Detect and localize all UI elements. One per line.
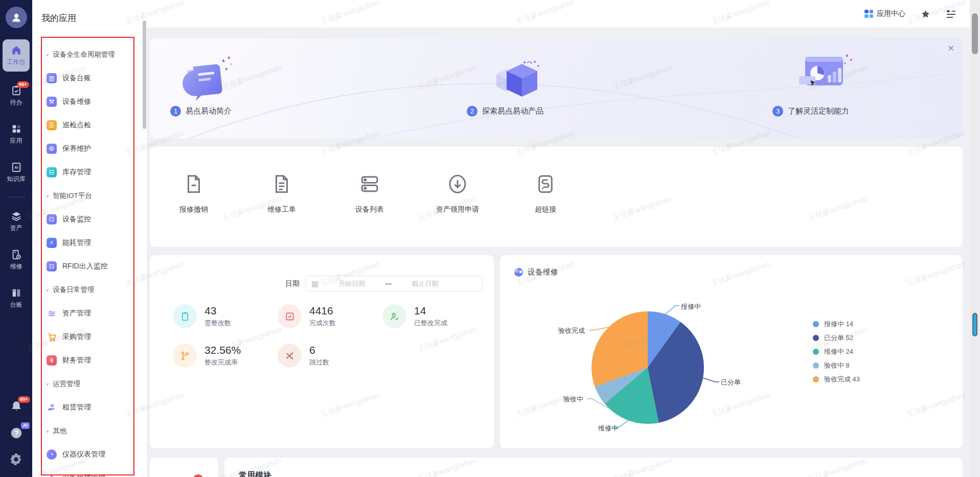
start-date-input[interactable] [322,280,382,287]
stat-rectify-rate: 32.56% 整改完成率 [173,344,278,368]
pie-callout-lines [500,255,963,448]
rental-hand-coin-icon: ¥ [47,402,57,413]
user-avatar[interactable] [6,7,27,28]
menu-item-rfid[interactable]: ⊡ RFID出入监控 [32,255,147,278]
todo-badge: 99+ [17,81,29,88]
date-label: 日期 [285,279,300,288]
quick-action-device-list[interactable]: 设备列表 [326,173,414,247]
clipboard-icon [173,304,197,328]
date-range-picker[interactable]: ▦ — [306,276,483,291]
stat-label: 整改完成率 [204,358,241,367]
menu-group-daily[interactable]: ∨ 设备日常管理 [32,278,147,302]
menu-item-energy[interactable]: ⚡ 能耗管理 [32,231,147,255]
hyperlink-icon [535,173,556,195]
stat-skipped: 6 跳过数 [278,344,382,368]
menu-group-operation[interactable]: ∨ 运营管理 [32,372,147,396]
svg-text:AI: AI [14,165,18,170]
legend-item[interactable]: 报修中 14 [813,320,860,329]
rfid-monitor-icon: ⊡ [47,261,57,271]
quick-action-repair-cancel[interactable]: 报修撤销 [150,173,238,247]
banner-step-1[interactable]: 1 易点易动简介 [170,54,241,117]
legend-item[interactable]: 维修中 24 [813,347,860,356]
person-icon [10,11,22,24]
custom-dashboard-illustration [788,49,859,106]
app-center-button[interactable]: 应用中心 [864,9,905,18]
menu-item-purchase[interactable]: 采购管理 [32,325,147,349]
chevron-down-icon: ∨ [45,382,49,387]
pie-label-repairing: 维修中 [598,424,618,433]
purchase-cart-icon [47,332,57,342]
ai-badge: AI [21,422,30,429]
menu-item-device-repair[interactable]: ⚒ 设备维修 [32,90,147,113]
favorite-star-icon[interactable] [921,9,930,19]
legend-item[interactable]: 验收完成 43 [813,375,860,384]
stat-rectified-done: 14 已整改完成 [382,304,487,328]
scrollbar-thumb[interactable] [972,13,978,54]
rectification-stats-panel: 日期 ▦ — 43 需整改数 [150,255,494,448]
menu-item-device-rental[interactable]: ◆ 设备租赁管理 [32,466,147,477]
branch-icon [173,344,197,368]
rail-label: 台账 [10,301,22,309]
rail-item-workbench[interactable]: 工作台 [3,39,30,72]
menu-item-finance[interactable]: ¥ 财务管理 [32,349,147,372]
chevron-down-icon: ∨ [45,53,49,57]
device-rental-icon: ◆ [47,473,57,477]
panel-title: 设备维修 [528,267,558,277]
intro-document-illustration [179,54,241,106]
settings-gear-icon[interactable] [10,453,22,466]
banner-close-icon[interactable]: ✕ [948,43,954,53]
banner-step-3[interactable]: 3 了解灵活定制能力 [772,49,859,117]
menu-item-inspection[interactable]: ☰ 巡检点检 [32,113,147,137]
layout-list-icon[interactable] [946,9,956,19]
user-check-icon [382,304,406,328]
quick-action-hyperlink[interactable]: 超链接 [502,173,589,247]
menu-item-device-monitor[interactable]: ⊡ 设备监控 [32,208,147,231]
rail-item-repair[interactable]: 维修 [3,246,30,274]
stat-label: 跳过数 [309,358,329,367]
rail-item-apps[interactable]: 应用 [3,120,30,148]
rail-label: 知识库 [7,175,26,184]
step-label: 易点易动简介 [186,106,232,116]
finance-yen-icon: ¥ [47,355,57,366]
sidebar-scrollbar-thumb[interactable] [143,20,146,129]
blue-scroll-handle[interactable] [972,313,977,336]
help-icon[interactable]: ? AI [10,426,23,440]
rail-item-ledger[interactable]: 台账 [3,284,30,312]
rail-item-assets[interactable]: 资产 [3,208,30,236]
svg-text:?: ? [14,429,18,437]
my-apps-sidebar: 我的应用 ∨ 设备全生命周期管理 ▥ 设备台账 ⚒ 设备维修 ☰ 巡检点检 ⚙ … [32,0,147,477]
panel-title: 常用模块 [239,470,963,477]
stat-value: 4416 [309,305,336,317]
notification-bell-icon[interactable]: 99+ [10,400,23,413]
monitor-icon: ⊡ [47,214,57,224]
menu-group-iot[interactable]: ∨ 智能IOT平台 [32,184,147,208]
calendar-icon: ▦ [311,279,318,288]
chevron-down-icon: ∨ [45,194,49,198]
menu-item-asset-mgmt[interactable]: ≋ 资产管理 [32,302,147,325]
knowledge-ai-icon: AI [11,162,22,173]
menu-item-instruments[interactable]: ◔ 仪器仪表管理 [32,443,147,466]
rail-label: 待办 [10,98,22,107]
assets-layers-icon [11,211,22,222]
stat-value: 14 [414,305,447,317]
legend-item[interactable]: 验收中 8 [813,361,860,370]
quick-action-asset-request[interactable]: 资产领用申请 [414,173,502,247]
menu-item-rental[interactable]: ¥ 租赁管理 [32,396,147,419]
menu-item-device-ledger[interactable]: ▥ 设备台账 [32,66,147,90]
rail-item-knowledge[interactable]: AI 知识库 [3,158,30,187]
maintenance-gear-icon: ⚙ [47,144,57,154]
menu-group-lifecycle[interactable]: ∨ 设备全生命周期管理 [32,43,147,66]
pie-label-accepting: 验收中 [563,395,583,404]
end-date-input[interactable] [395,280,455,287]
quick-action-repair-order[interactable]: 维修工单 [238,173,326,247]
menu-item-maintenance[interactable]: ⚙ 保养维护 [32,137,147,161]
menu-group-other[interactable]: ∨ 其他 [32,419,147,443]
file-minus-icon [183,173,204,195]
legend-item[interactable]: 已分单 52 [813,333,860,343]
page-scrollbar[interactable] [970,0,980,477]
rail-divider [7,197,26,197]
rail-item-todo[interactable]: 99+ 待办 [3,82,30,110]
banner-step-2[interactable]: 2 探索易点易动产品 [467,60,549,117]
device-repair-pie-chart[interactable] [591,311,704,424]
menu-item-inventory[interactable]: ⊟ 库存管理 [32,161,147,184]
